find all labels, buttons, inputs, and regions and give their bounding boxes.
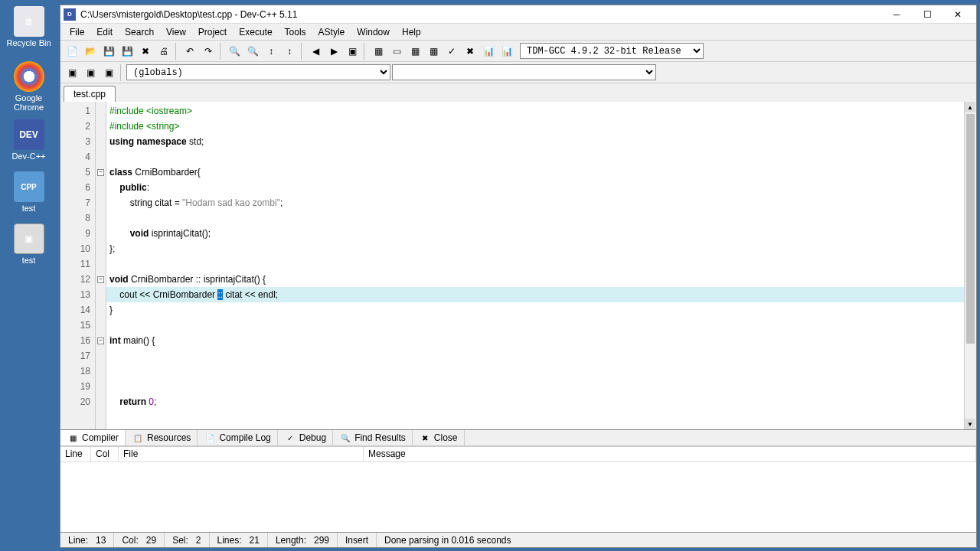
- desktop-icon-devcpp[interactable]: DEV Dev-C++: [0, 119, 57, 161]
- status-line: Line: 13: [60, 533, 114, 547]
- minimize-button[interactable]: ─: [881, 6, 912, 23]
- redo-button[interactable]: ↷: [200, 43, 217, 60]
- desktop-icon-label: test: [22, 256, 36, 265]
- btab-label: Find Results: [354, 432, 406, 443]
- member-dropdown[interactable]: [392, 64, 656, 80]
- close-button[interactable]: ✕: [942, 6, 973, 23]
- stop-button[interactable]: ✖: [462, 43, 479, 60]
- save-button[interactable]: 💾: [100, 43, 117, 60]
- code-line[interactable]: };: [109, 241, 961, 256]
- debug-button[interactable]: ✓: [443, 43, 460, 60]
- save-all-button[interactable]: 💾: [119, 43, 136, 60]
- code-area[interactable]: #include <iostream>#include <string>usin…: [106, 102, 964, 429]
- main-window: D C:\Users\mistergold\Desktop\test.cpp -…: [60, 5, 977, 548]
- code-line[interactable]: #include <string>: [109, 119, 961, 134]
- scroll-up-arrow[interactable]: ▲: [965, 102, 975, 112]
- scroll-thumb[interactable]: [966, 114, 975, 344]
- col-message[interactable]: Message: [364, 447, 976, 461]
- btab-debug[interactable]: ✓Debug: [278, 430, 333, 445]
- rebuild-button[interactable]: ▦: [425, 43, 442, 60]
- code-line[interactable]: return 0;: [109, 394, 961, 409]
- code-line[interactable]: }: [109, 302, 961, 318]
- back-button[interactable]: ◀: [307, 43, 324, 60]
- exe-file-icon: ▣: [14, 223, 44, 254]
- run-button[interactable]: ▭: [388, 43, 405, 60]
- desktop-icon-chrome[interactable]: Google Chrome: [0, 61, 57, 112]
- menu-edit[interactable]: Edit: [90, 25, 119, 39]
- toolbar-scope: ▣ ▣ ▣ (globals): [60, 62, 976, 83]
- code-line[interactable]: [109, 348, 961, 364]
- delete-profile-button[interactable]: 📊: [498, 43, 515, 60]
- code-line[interactable]: [109, 364, 961, 379]
- btab-resources[interactable]: 📋Resources: [126, 430, 198, 445]
- code-line[interactable]: int main() {: [109, 333, 961, 348]
- forward-button[interactable]: ▶: [325, 43, 342, 60]
- code-line[interactable]: using namespace std;: [109, 134, 961, 149]
- menu-astyle[interactable]: AStyle: [312, 25, 351, 39]
- code-line[interactable]: [109, 149, 961, 165]
- code-line[interactable]: [109, 318, 961, 333]
- col-line[interactable]: Line: [60, 447, 91, 461]
- scroll-down-arrow[interactable]: ▼: [965, 419, 975, 429]
- code-line[interactable]: string citat = "Hodam sad kao zombi";: [109, 195, 961, 210]
- new-file-button[interactable]: 📄: [64, 43, 80, 60]
- code-line[interactable]: public:: [109, 180, 961, 195]
- compile-button[interactable]: ▦: [370, 43, 387, 60]
- goto2-button[interactable]: ↕: [281, 43, 298, 60]
- new-class-button[interactable]: ▣: [64, 64, 80, 81]
- resources-icon: 📋: [132, 432, 144, 444]
- btab-label: Debug: [299, 432, 326, 443]
- code-line[interactable]: class CrniBombarder{: [109, 165, 961, 180]
- menu-tools[interactable]: Tools: [279, 25, 312, 39]
- menu-help[interactable]: Help: [396, 25, 427, 39]
- btab-find-results[interactable]: 🔍Find Results: [333, 430, 413, 445]
- code-line[interactable]: [109, 256, 961, 272]
- menu-window[interactable]: Window: [351, 25, 396, 39]
- bookmark2-button[interactable]: ▣: [100, 64, 117, 81]
- btab-close[interactable]: ✖Close: [413, 430, 465, 445]
- print-button[interactable]: 🖨: [155, 43, 172, 60]
- code-editor[interactable]: 1234567891011121314151617181920 −−− #inc…: [60, 102, 976, 429]
- open-button[interactable]: 📂: [82, 43, 99, 60]
- compiler-dropdown[interactable]: TDM-GCC 4.9.2 32-bit Release: [520, 43, 704, 59]
- titlebar[interactable]: D C:\Users\mistergold\Desktop\test.cpp -…: [60, 5, 976, 24]
- menu-file[interactable]: File: [64, 25, 90, 39]
- menu-view[interactable]: View: [160, 25, 192, 39]
- btab-compile-log[interactable]: 📄Compile Log: [198, 430, 277, 445]
- tab-test-cpp[interactable]: test.cpp: [64, 86, 116, 102]
- menu-search[interactable]: Search: [119, 25, 160, 39]
- code-line[interactable]: void CrniBombarder :: isprintajCitat() {: [109, 272, 961, 287]
- col-file[interactable]: File: [119, 447, 364, 461]
- replace-button[interactable]: 🔍: [244, 43, 261, 60]
- btab-label: Compiler: [82, 432, 119, 443]
- compiler-body[interactable]: [60, 462, 976, 532]
- btab-compiler[interactable]: ▦Compiler: [60, 430, 126, 445]
- desktop-icon-recycle-bin[interactable]: 🗑 Recycle Bin: [0, 6, 57, 47]
- status-length: Length: 299: [268, 533, 338, 547]
- menu-execute[interactable]: Execute: [233, 25, 278, 39]
- maximize-button[interactable]: ☐: [912, 6, 942, 23]
- scope-dropdown[interactable]: (globals): [126, 64, 390, 80]
- code-line[interactable]: [109, 210, 961, 226]
- btab-label: Resources: [147, 432, 191, 443]
- goto-button[interactable]: ↕: [263, 43, 279, 60]
- vertical-scrollbar[interactable]: ▲ ▼: [964, 102, 976, 429]
- code-line[interactable]: [109, 379, 961, 394]
- code-line[interactable]: void isprintajCitat();: [109, 226, 961, 241]
- undo-button[interactable]: ↶: [181, 43, 198, 60]
- profile-button[interactable]: 📊: [480, 43, 497, 60]
- fold-toggle[interactable]: −: [97, 169, 104, 176]
- find-button[interactable]: 🔍: [226, 43, 243, 60]
- insert-button[interactable]: ▣: [82, 64, 99, 81]
- fold-toggle[interactable]: −: [97, 276, 104, 283]
- code-line[interactable]: #include <iostream>: [109, 103, 961, 119]
- desktop-icon-test-cpp[interactable]: CPP test: [0, 171, 57, 213]
- close-file-button[interactable]: ✖: [137, 43, 154, 60]
- menu-project[interactable]: Project: [192, 25, 233, 39]
- desktop-icon-test-exe[interactable]: ▣ test: [0, 223, 57, 265]
- fold-toggle[interactable]: −: [97, 337, 104, 344]
- col-col[interactable]: Col: [91, 447, 119, 461]
- btab-label: Compile Log: [219, 432, 270, 443]
- bookmark-button[interactable]: ▣: [344, 43, 361, 60]
- compile-run-button[interactable]: ▦: [407, 43, 423, 60]
